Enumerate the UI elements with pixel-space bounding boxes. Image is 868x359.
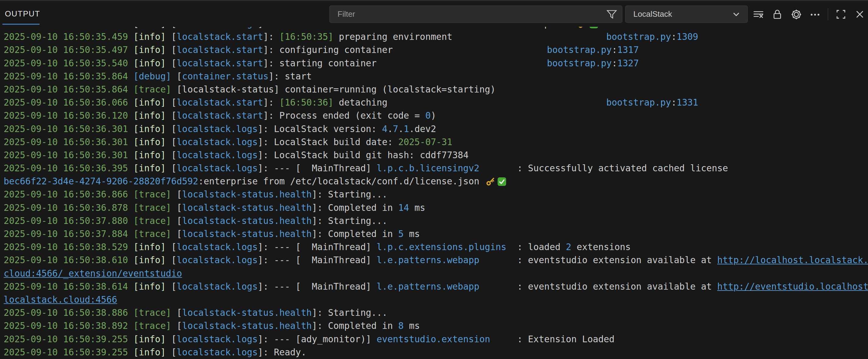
- log-row: 2025-09-10 16:50:36.395 [info] [localsta…: [0, 162, 868, 175]
- log-text: 2025-09-10 16:50:35.864: [4, 71, 133, 81]
- log-row: 2025-09-10 16:50:35.459 [info] [localsta…: [0, 30, 868, 43]
- log-row: 2025-09-10 16:50:37.884 [trace] [localst…: [0, 228, 868, 241]
- log-text: ]: LocalStack build git hash: cddf77384: [258, 150, 469, 160]
- source-link[interactable]: bootstrap.py:1331: [606, 96, 698, 109]
- log-text: localstack-status.health: [182, 229, 312, 239]
- log-text: 1: [404, 124, 409, 134]
- log-text: localstack.logs: [177, 242, 257, 252]
- log-text: [: [166, 163, 177, 173]
- log-text: [info]: [133, 32, 166, 42]
- chevron-down-icon: [731, 9, 747, 20]
- lock-scroll-button[interactable]: [770, 7, 785, 22]
- log-text: [: [166, 137, 177, 147]
- output-panel: OUTPUT LocalStack: [0, 0, 868, 359]
- close-icon: [855, 9, 865, 20]
- maximize-panel-button[interactable]: [834, 7, 848, 22]
- log-text: [: [172, 216, 182, 226]
- log-text: 2025-09-10 16:50:38.614: [4, 282, 133, 292]
- tab-output-label: OUTPUT: [5, 9, 40, 19]
- channel-dropdown[interactable]: LocalStack: [625, 5, 748, 23]
- url-link[interactable]: localstack.cloud:4566: [4, 294, 117, 305]
- log-text: localstack.logs: [177, 163, 257, 173]
- log-text: ]: license: [258, 27, 317, 29]
- clear-output-button[interactable]: [751, 7, 766, 22]
- log-text: [: [172, 203, 182, 213]
- log-text: ]: Completed in: [312, 321, 398, 331]
- actions-separator: [828, 8, 828, 21]
- log-text: [16:50:36]: [279, 97, 334, 108]
- log-text: 5: [398, 229, 404, 239]
- log-text: ]: --- [ MainThread]: [258, 255, 377, 265]
- log-text: 0: [425, 110, 431, 121]
- log-text: bec66f22-3d4e-4274-9206-28820f76d592: [317, 27, 512, 29]
- log-text: [trace]: [133, 307, 171, 318]
- log-text: 2025-09-10 16:50:35.497: [4, 45, 133, 55]
- log-text: localstack-status.health: [182, 189, 312, 200]
- log-text: [: [166, 58, 177, 68]
- log-text: container.status: [182, 71, 269, 81]
- source-link[interactable]: bootstrap.py:1317: [547, 43, 639, 57]
- log-text: :enterprise from /etc/localstack/conf.d/…: [198, 176, 485, 187]
- tab-output[interactable]: OUTPUT: [5, 1, 40, 27]
- log-text: : Extension Loaded: [490, 334, 615, 345]
- log-row: 2025-09-10 16:50:36.066 [info] [localsta…: [0, 96, 868, 109]
- log-text: [info]: [133, 150, 166, 160]
- url-link[interactable]: http://eventstudio.localhost.: [717, 282, 868, 292]
- log-text: [debug]: [133, 71, 171, 81]
- panel-header: OUTPUT LocalStack: [0, 0, 868, 27]
- log-text: localstack.start: [177, 97, 263, 108]
- url-link[interactable]: http://localhost.localstack.: [717, 255, 868, 265]
- log-text: 2025-09-10 16:50:36.301: [4, 137, 133, 147]
- source-link[interactable]: bootstrap.py:1327: [547, 57, 639, 70]
- log-row: bec66f22-3d4e-4274-9206-28820f76d592:ent…: [0, 175, 868, 188]
- log-text: [: [166, 150, 177, 160]
- log-text: 2025-09-10 16:50:36.066: [4, 97, 133, 108]
- log-output[interactable]: 2025-09-10 16:50:31.438 [info] [localsta…: [0, 27, 868, 359]
- log-text: ]: Completed in: [312, 229, 398, 239]
- log-text: localstack.logs: [177, 255, 257, 265]
- log-text: : loaded: [506, 242, 566, 252]
- log-row: 2025-09-10 16:50:36.120 [info] [localsta…: [0, 109, 868, 122]
- log-text: localstack.start: [177, 110, 263, 121]
- more-actions-button[interactable]: [808, 7, 823, 22]
- clear-output-icon: [753, 9, 764, 20]
- log-text: 2: [566, 242, 571, 252]
- log-text: [16:50:35]: [279, 32, 334, 42]
- log-text: extensions: [571, 242, 630, 252]
- url-link[interactable]: cloud:4566/_extension/eventstudio: [4, 268, 182, 279]
- log-text: preparing environment: [333, 32, 452, 42]
- log-text: ]: Ready.: [258, 347, 307, 357]
- panel-actions: [751, 1, 867, 28]
- log-text: ]:: [263, 32, 279, 42]
- log-text: bec66f22-3d4e-4274-9206-28820f76d592: [4, 176, 198, 187]
- log-text: l.e.patterns.webapp: [377, 282, 479, 292]
- source-link[interactable]: bootstrap.py:1309: [606, 30, 698, 43]
- log-text: localstack.logs: [177, 27, 257, 29]
- log-row: 2025-09-10 16:50:37.880 [trace] [localst…: [0, 215, 868, 228]
- log-text: ]: --- [ady_monitor)]: [258, 334, 377, 345]
- log-text: ]: Starting...: [312, 189, 388, 200]
- log-text: localstack.start: [177, 45, 263, 55]
- log-text: [: [166, 255, 177, 265]
- log-text: [: [172, 229, 182, 239]
- log-text: 2025-09-10 16:50:37.880: [4, 216, 133, 226]
- filter-input[interactable]: [330, 9, 606, 19]
- log-text: [: [172, 189, 182, 200]
- log-row: 2025-09-10 16:50:35.864 [debug] [contain…: [0, 70, 868, 83]
- log-text: 2025-09-10 16:50:35.459: [4, 32, 133, 42]
- settings-button[interactable]: [789, 7, 804, 22]
- close-panel-button[interactable]: [852, 7, 867, 22]
- log-text: l.p.c.b.licensingv2: [377, 163, 479, 173]
- log-text: .dev2: [409, 124, 436, 134]
- log-text: localstack.logs: [177, 282, 257, 292]
- log-text: 2025-09-10 16:50:36.301: [4, 124, 133, 134]
- log-row: 2025-09-10 16:50:35.497 [info] [localsta…: [0, 43, 868, 57]
- log-row: 2025-09-10 16:50:31.438 [info] [localsta…: [0, 27, 868, 30]
- filter-funnel-icon[interactable]: [606, 9, 617, 20]
- channel-selected-value: LocalStack: [625, 9, 672, 19]
- log-text: [info]: [133, 347, 166, 357]
- log-row: 2025-09-10 16:50:39.255 [info] [localsta…: [0, 346, 868, 359]
- log-text: localstack.logs: [177, 150, 257, 160]
- log-text: [: [166, 110, 177, 121]
- log-text: ms: [404, 229, 420, 239]
